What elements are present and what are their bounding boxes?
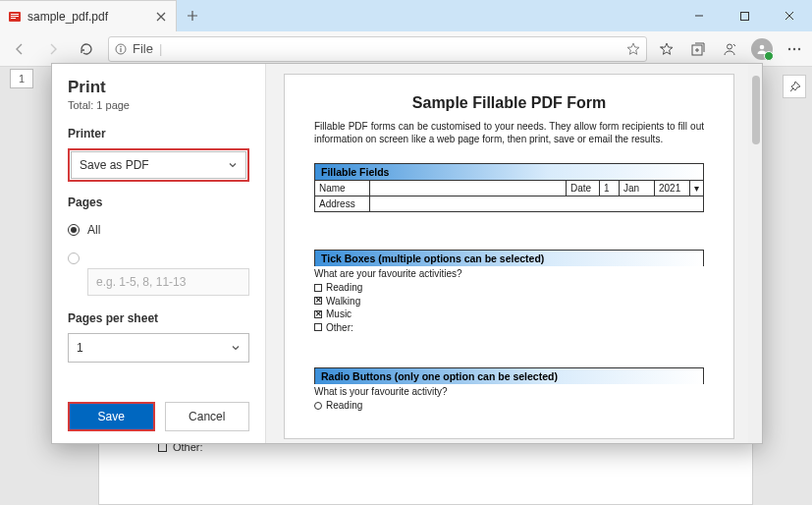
section-tick: Tick Boxes (multiple options can be sele…	[314, 250, 704, 266]
table-row: Address	[315, 196, 704, 212]
form-title: Sample Fillable PDF Form	[314, 94, 704, 112]
cancel-button[interactable]: Cancel	[165, 402, 250, 431]
scroll-thumb[interactable]	[752, 76, 760, 144]
svg-rect-7	[120, 48, 121, 52]
date-label: Date	[567, 181, 600, 196]
form-intro: Fillable PDF forms can be customised to …	[314, 120, 704, 145]
page-thumbnail[interactable]: 1	[10, 69, 33, 88]
pdf-icon	[8, 10, 22, 24]
radio-icon	[68, 224, 80, 236]
date-day: 1	[600, 181, 620, 196]
address-field	[370, 196, 704, 212]
pages-all-radio[interactable]: All	[68, 223, 249, 237]
dialog-title: Print	[68, 78, 249, 97]
check-music: Music	[314, 308, 704, 321]
checkbox-checked-icon	[314, 310, 322, 318]
svg-point-11	[788, 47, 790, 49]
tab-title: sample_pdf.pdf	[27, 10, 148, 24]
address-text: File	[133, 41, 153, 56]
svg-point-6	[120, 45, 122, 47]
address-bar[interactable]: File |	[108, 36, 647, 62]
browser-tab[interactable]: sample_pdf.pdf	[0, 0, 177, 31]
table-row: Name Date 1 Jan 2021 ▾	[315, 181, 704, 196]
window-controls	[677, 0, 812, 31]
name-field	[370, 181, 567, 196]
svg-rect-1	[11, 14, 19, 15]
more-icon[interactable]	[785, 39, 804, 59]
radio-icon	[314, 402, 322, 410]
favorites-icon[interactable]	[657, 39, 677, 59]
browser-toolbar: File |	[0, 31, 812, 67]
maximize-button[interactable]	[722, 0, 767, 31]
refresh-button[interactable]	[75, 37, 98, 61]
preview-scrollbar[interactable]	[748, 64, 762, 443]
favorite-star-icon[interactable]	[626, 42, 640, 56]
date-year: 2021	[655, 181, 690, 196]
save-button-highlight: Save	[68, 402, 155, 431]
pages-range-radio[interactable]	[68, 252, 249, 264]
dialog-footer: Save Cancel	[68, 402, 249, 431]
svg-point-13	[798, 47, 800, 49]
checkbox-icon	[314, 323, 322, 331]
new-tab-button[interactable]	[177, 0, 208, 31]
check-reading: Reading	[314, 281, 704, 295]
profile-avatar[interactable]	[751, 38, 773, 60]
printer-select-highlight: Save as PDF	[68, 148, 249, 182]
back-button[interactable]	[8, 37, 31, 61]
date-month: Jan	[620, 181, 655, 196]
page-total: Total: 1 page	[68, 99, 249, 111]
pps-label: Pages per sheet	[68, 311, 249, 325]
pages-all-label: All	[87, 223, 100, 237]
pps-select[interactable]: 1	[68, 333, 249, 363]
svg-point-10	[760, 44, 765, 49]
svg-rect-2	[11, 16, 19, 17]
chevron-down-icon	[228, 160, 238, 170]
close-window-button[interactable]	[767, 0, 812, 31]
preview-page: Sample Fillable PDF Form Fillable PDF fo…	[284, 74, 734, 439]
checkbox-icon	[314, 284, 322, 292]
chevron-down-icon	[231, 343, 241, 353]
info-icon[interactable]	[115, 43, 127, 55]
toolbar-right-icons	[657, 38, 804, 60]
svg-point-12	[793, 47, 795, 49]
printer-select[interactable]: Save as PDF	[71, 151, 246, 179]
printer-label: Printer	[68, 127, 249, 140]
tick-question: What are your favourite activities?	[314, 268, 704, 279]
collections-icon[interactable]	[688, 39, 708, 59]
browser-content: 1 Other: Print Total: 1 page Printer Sav…	[0, 67, 812, 505]
svg-point-9	[728, 44, 732, 49]
svg-rect-3	[11, 18, 16, 19]
forward-button[interactable]	[41, 37, 65, 61]
svg-rect-4	[740, 12, 748, 20]
address-label: Address	[315, 196, 370, 212]
print-preview: Sample Fillable PDF Form Fillable PDF fo…	[266, 64, 762, 443]
page-range-placeholder: e.g. 1-5, 8, 11-13	[96, 275, 186, 289]
print-dialog: Print Total: 1 page Printer Save as PDF …	[51, 63, 763, 444]
radio-question: What is your favourite activity?	[314, 386, 704, 397]
pin-button[interactable]	[783, 75, 806, 98]
radio-reading: Reading	[314, 399, 704, 413]
print-sidebar: Print Total: 1 page Printer Save as PDF …	[52, 64, 266, 443]
check-other: Other:	[314, 321, 704, 335]
save-button[interactable]: Save	[70, 404, 153, 429]
minimize-button[interactable]	[677, 0, 722, 31]
section-fillable: Fillable Fields	[314, 163, 704, 180]
close-tab-button[interactable]	[154, 10, 168, 24]
titlebar: sample_pdf.pdf	[0, 0, 812, 31]
printer-value: Save as PDF	[80, 158, 149, 172]
page-range-input[interactable]: e.g. 1-5, 8, 11-13	[87, 268, 249, 296]
pps-value: 1	[77, 341, 83, 355]
section-radio: Radio Buttons (only one option can be se…	[314, 367, 704, 384]
date-picker-icon: ▾	[690, 181, 704, 196]
check-walking: Walking	[314, 295, 704, 309]
person-icon[interactable]	[720, 39, 739, 59]
form-table: Name Date 1 Jan 2021 ▾ Address	[314, 180, 704, 212]
checkbox-checked-icon	[314, 297, 322, 305]
pages-label: Pages	[68, 196, 249, 209]
radio-icon	[68, 252, 80, 264]
name-label: Name	[315, 181, 370, 196]
